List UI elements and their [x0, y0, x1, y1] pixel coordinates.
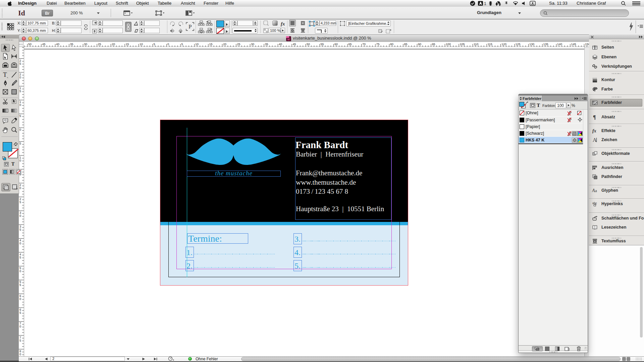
svg-text:20: 20	[112, 43, 115, 46]
svg-text:110: 110	[474, 43, 478, 46]
svg-text:5: 5	[19, 283, 21, 287]
svg-text:30: 30	[84, 43, 87, 46]
svg-text:0: 0	[19, 214, 21, 218]
svg-text:15: 15	[126, 43, 129, 46]
svg-text:a: a	[595, 188, 597, 193]
svg-text:35: 35	[70, 43, 73, 46]
svg-text:100: 100	[446, 43, 451, 46]
svg-text:0: 0	[19, 269, 21, 273]
svg-text:30: 30	[251, 43, 254, 46]
svg-text:50: 50	[28, 43, 32, 46]
svg-text:5: 5	[19, 339, 21, 342]
svg-text:125: 125	[516, 43, 521, 46]
svg-text:60: 60	[334, 43, 338, 46]
svg-text:45: 45	[293, 43, 296, 46]
svg-text:0: 0	[19, 103, 21, 107]
svg-text:115: 115	[488, 43, 492, 46]
svg-text:0: 0	[19, 297, 21, 301]
svg-text:55: 55	[321, 43, 324, 46]
svg-text:5: 5	[19, 200, 21, 204]
svg-text:130: 130	[529, 43, 534, 46]
svg-text:A: A	[593, 137, 597, 143]
svg-text:40: 40	[56, 43, 59, 46]
svg-text:15: 15	[209, 43, 213, 46]
svg-text:75: 75	[376, 43, 380, 46]
svg-text:5: 5	[19, 256, 21, 259]
svg-text:50: 50	[307, 43, 310, 46]
svg-text:5: 5	[19, 142, 21, 145]
svg-text:¶: ¶	[593, 114, 596, 120]
svg-text:65: 65	[348, 43, 352, 46]
svg-text:5: 5	[19, 62, 21, 65]
svg-text:140: 140	[557, 43, 562, 46]
svg-text:135: 135	[543, 43, 548, 46]
svg-text:90: 90	[418, 43, 421, 46]
svg-text:5: 5	[19, 89, 21, 93]
svg-text:0: 0	[19, 353, 21, 356]
svg-text:5: 5	[154, 43, 155, 46]
svg-text:10: 10	[140, 43, 143, 46]
svg-text:0: 0	[19, 186, 21, 190]
svg-text:T: T	[3, 71, 7, 78]
svg-text:70: 70	[362, 43, 366, 46]
svg-text:105: 105	[460, 43, 465, 46]
svg-text:35: 35	[265, 43, 268, 46]
svg-text:25: 25	[237, 43, 240, 46]
svg-text:5: 5	[19, 114, 21, 118]
svg-text:5: 5	[181, 43, 183, 46]
svg-text:120: 120	[501, 43, 506, 46]
svg-text:P: P	[189, 23, 192, 30]
svg-text:25: 25	[98, 43, 101, 46]
svg-text:0: 0	[19, 128, 21, 131]
svg-text:40: 40	[279, 43, 282, 46]
svg-text:0: 0	[167, 43, 169, 46]
svg-text:fx: fx	[592, 128, 596, 133]
svg-text:85: 85	[404, 43, 408, 46]
svg-text:1: 1	[484, 1, 486, 6]
svg-text:0: 0	[19, 76, 21, 79]
svg-text:5: 5	[19, 311, 21, 314]
svg-text:10: 10	[195, 43, 199, 46]
svg-text:45: 45	[42, 43, 46, 46]
svg-text:A: A	[592, 188, 595, 193]
svg-text:145: 145	[571, 43, 576, 46]
svg-text:0: 0	[19, 159, 21, 162]
svg-text:95: 95	[432, 43, 435, 46]
svg-text:80: 80	[390, 43, 393, 46]
svg-text:20: 20	[223, 43, 226, 46]
svg-text:5: 5	[19, 228, 21, 231]
svg-text:0: 0	[19, 325, 21, 328]
svg-text:0: 0	[19, 242, 21, 245]
